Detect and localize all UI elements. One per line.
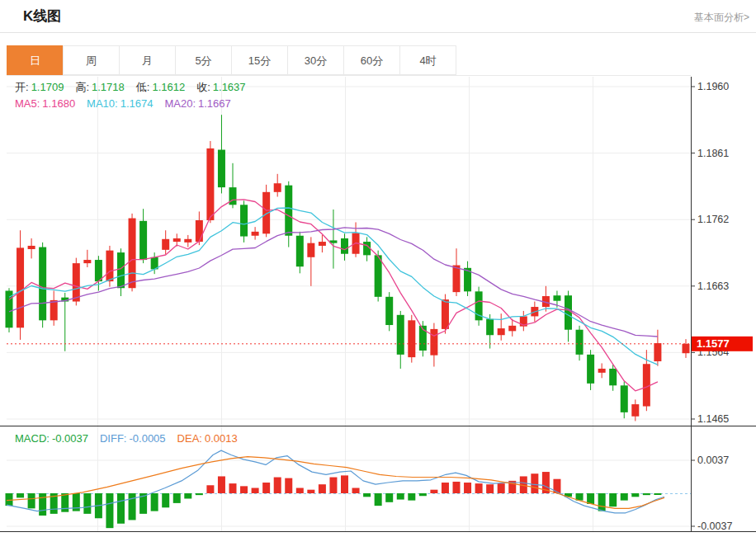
fundamental-analysis-link[interactable]: 基本面分析> xyxy=(694,11,749,25)
timeframe-tab-7[interactable]: 4时 xyxy=(399,45,456,75)
timeframe-tab-4[interactable]: 15分 xyxy=(231,45,288,75)
timeframe-tabbar: 日周月5分15分30分60分4时 xyxy=(7,45,456,75)
svg-text:1.1663: 1.1663 xyxy=(697,280,729,292)
macd-histogram-layer xyxy=(6,472,662,528)
svg-text:1.1762: 1.1762 xyxy=(697,214,729,225)
candles-layer xyxy=(6,115,690,421)
svg-text:1.1465: 1.1465 xyxy=(697,413,729,425)
tabbar-underline xyxy=(7,75,691,76)
timeframe-tab-2[interactable]: 月 xyxy=(119,45,176,75)
timeframe-tab-1[interactable]: 周 xyxy=(63,45,120,75)
svg-text:1.1577: 1.1577 xyxy=(697,337,730,350)
page-title: K线图 xyxy=(23,7,61,26)
timeframe-tab-3[interactable]: 5分 xyxy=(175,45,232,75)
current-price-tag: 1.1577 xyxy=(692,337,753,351)
svg-text:-0.0037: -0.0037 xyxy=(697,521,732,532)
svg-text:1.1861: 1.1861 xyxy=(697,148,729,159)
ma-lines-layer xyxy=(9,200,658,391)
kline-chart[interactable]: 1.19601.18611.17621.16631.15641.14650.00… xyxy=(0,77,756,537)
axis-labels-layer: 1.19601.18611.17621.16631.15641.14650.00… xyxy=(691,81,732,532)
timeframe-tab-0[interactable]: 日 xyxy=(7,45,64,75)
page-header: K线图 基本面分析> xyxy=(0,0,756,33)
timeframe-tab-5[interactable]: 30分 xyxy=(287,45,344,75)
grid-layer xyxy=(7,77,691,532)
svg-text:0.0037: 0.0037 xyxy=(697,455,729,466)
timeframe-tab-6[interactable]: 60分 xyxy=(343,45,400,75)
svg-text:1.1960: 1.1960 xyxy=(697,81,729,92)
